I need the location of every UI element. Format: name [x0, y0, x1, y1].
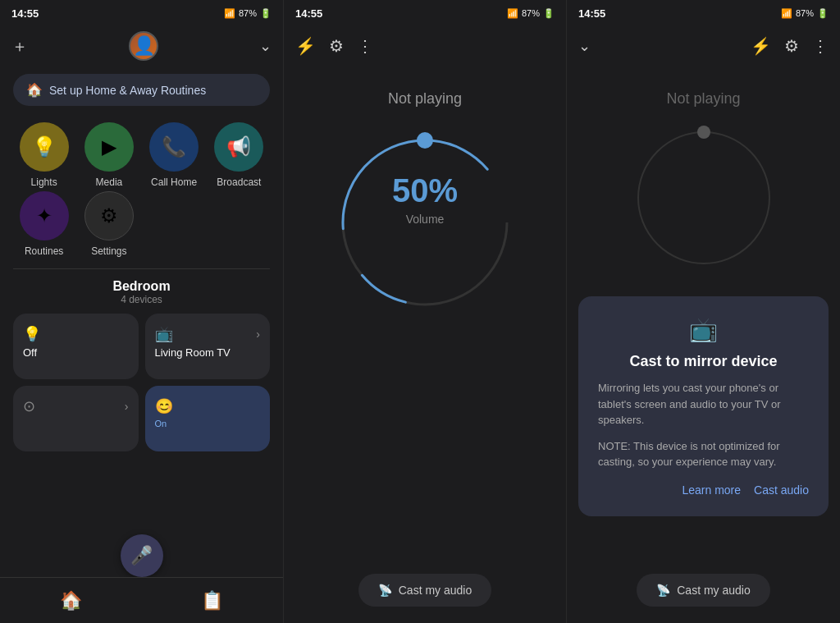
setup-banner[interactable]: 🏠 Set up Home & Away Routines — [13, 74, 270, 106]
svg-point-4 — [697, 126, 710, 139]
top-bar-3: ⌄ ⚡ ⚙ ⋮ — [567, 26, 840, 66]
home-away-icon: 🏠 — [26, 82, 43, 98]
tv-icon: 📺 — [155, 325, 173, 343]
light-off-icon: 💡 — [23, 325, 41, 343]
equalizer-icon[interactable]: ⚡ — [295, 36, 316, 56]
equalizer-icon-3[interactable]: ⚡ — [751, 36, 771, 56]
status-icons-1: 📶 87% 🔋 — [224, 8, 272, 19]
cast-dialog-actions: Learn more Cast audio — [598, 483, 809, 497]
room-title: Bedroom — [13, 279, 270, 294]
cast-dialog-body2: NOTE: This device is not optimized for c… — [598, 438, 809, 470]
cast-audio-button[interactable]: 📡 Cast my audio — [358, 574, 491, 607]
shortcut-media[interactable]: ▶ Media — [78, 122, 139, 188]
routines-icon: ✦ — [36, 204, 52, 227]
lights-label: Lights — [31, 176, 57, 188]
media-circle: ▶ — [84, 122, 134, 172]
status-bar-3: 14:55 📶 87% 🔋 — [567, 0, 840, 26]
tv-name: Living Room TV — [155, 346, 261, 359]
call-home-label: Call Home — [151, 176, 197, 188]
device-card-off-header: 💡 — [23, 325, 129, 343]
room-section: Bedroom 4 devices — [0, 279, 283, 314]
cast-audio-dialog-button[interactable]: Cast audio — [754, 483, 809, 497]
top-bar-2: ⚡ ⚙ ⋮ — [284, 26, 566, 66]
status-icons-2: 📶 87% 🔋 — [507, 8, 555, 19]
more-icon-3[interactable]: ⋮ — [812, 36, 829, 56]
cast-mirror-icon: 📺 — [598, 316, 809, 343]
device-card-on-header: 😊 — [155, 397, 261, 415]
on-device-name: On — [155, 419, 261, 428]
device-card-off[interactable]: 💡 Off — [13, 314, 139, 379]
battery-icon-1: 🔋 — [260, 8, 272, 19]
media-icon: ▶ — [102, 135, 116, 158]
broadcast-icon: 📢 — [226, 135, 251, 158]
status-time-3: 14:55 — [578, 7, 605, 20]
shortcut-settings[interactable]: ⚙ Settings — [78, 191, 139, 257]
panel3-cast-audio-button[interactable]: 📡 Cast my audio — [637, 574, 769, 607]
unknown-arrow-icon: › — [125, 400, 129, 413]
routines-circle: ✦ — [20, 191, 69, 240]
broadcast-circle: 📢 — [214, 122, 263, 172]
volume-knob[interactable]: 50% Volume — [318, 116, 532, 329]
nav-home[interactable]: 🏠 — [40, 584, 102, 618]
battery-1: 87% — [239, 8, 257, 18]
avatar-image: 👤 — [133, 35, 155, 57]
shortcut-routines[interactable]: ✦ Routines — [13, 191, 75, 257]
shortcut-grid: 💡 Lights ▶ Media 📞 Call Home 📢 Broadcast… — [0, 114, 283, 265]
shortcut-lights[interactable]: 💡 Lights — [13, 122, 75, 188]
panel-home: 14:55 📶 87% 🔋 ＋ 👤 ⌄ 🏠 Set up Home & Away… — [0, 0, 283, 623]
wifi-icon: 📶 — [224, 8, 235, 19]
device-card-unknown[interactable]: ⊙ › — [13, 386, 139, 451]
battery-icon-2: 🔋 — [543, 8, 555, 19]
light-off-name: Off — [23, 346, 129, 359]
top-bar-3-icons: ⚡ ⚙ ⋮ — [751, 36, 829, 56]
volume-value-container: 50% Volume — [392, 222, 458, 226]
more-icon-2[interactable]: ⋮ — [357, 36, 373, 56]
avatar[interactable]: 👤 — [129, 31, 158, 61]
battery-icon-3: 🔋 — [817, 8, 829, 19]
settings-icon-3[interactable]: ⚙ — [784, 36, 799, 56]
device-grid: 💡 Off 📺 › Living Room TV ⊙ › 😊 On — [0, 314, 283, 451]
status-bar-2: 14:55 📶 87% 🔋 — [284, 0, 566, 26]
battery-3: 87% — [796, 8, 814, 18]
wifi-icon-3: 📶 — [781, 8, 792, 19]
back-chevron[interactable]: ⌄ — [578, 37, 591, 55]
mic-container: 🎤 — [121, 534, 163, 577]
top-bar-2-icons: ⚡ ⚙ ⋮ — [295, 36, 373, 56]
nav-pages[interactable]: 📋 — [181, 584, 243, 618]
panel3-not-playing: Not playing — [666, 90, 740, 108]
status-time-2: 14:55 — [295, 7, 322, 20]
shortcut-broadcast[interactable]: 📢 Broadcast — [208, 122, 270, 188]
broadcast-label: Broadcast — [217, 176, 261, 188]
learn-more-button[interactable]: Learn more — [682, 483, 741, 497]
status-time-1: 14:55 — [11, 7, 39, 20]
settings-icon: ⚙ — [100, 204, 118, 227]
call-home-circle: 📞 — [149, 122, 199, 172]
unknown-device-icon: ⊙ — [23, 397, 35, 415]
panel-volume: 14:55 📶 87% 🔋 ⚡ ⚙ ⋮ Not playing 50% Volu… — [283, 0, 566, 623]
volume-percent: 50% — [392, 172, 458, 209]
on-device-icon: 😊 — [155, 397, 173, 415]
add-button[interactable]: ＋ — [11, 35, 28, 57]
device-card-unknown-header: ⊙ › — [23, 397, 129, 415]
panel3-cast-label: Cast my audio — [677, 584, 750, 597]
top-bar-1: ＋ 👤 ⌄ — [0, 26, 283, 66]
device-card-tv-header: 📺 › — [155, 325, 261, 343]
room-device-count: 4 devices — [13, 294, 270, 305]
shortcut-call-home[interactable]: 📞 Call Home — [144, 122, 205, 188]
account-chevron[interactable]: ⌄ — [259, 37, 272, 55]
battery-2: 87% — [522, 8, 540, 18]
svg-point-2 — [417, 132, 433, 149]
settings-circle: ⚙ — [84, 191, 134, 240]
tv-arrow-icon: › — [256, 328, 260, 341]
panel-cast: 14:55 📶 87% 🔋 ⌄ ⚡ ⚙ ⋮ Not playing 📺 Cast… — [566, 0, 840, 623]
device-card-tv[interactable]: 📺 › Living Room TV — [145, 314, 271, 379]
mic-button[interactable]: 🎤 — [121, 534, 163, 577]
cast-audio-label: Cast my audio — [399, 584, 472, 597]
settings-icon-2[interactable]: ⚙ — [329, 36, 344, 56]
lights-circle: 💡 — [20, 122, 69, 172]
divider-1 — [13, 268, 270, 269]
device-card-on[interactable]: 😊 On — [145, 386, 271, 451]
lights-icon: 💡 — [32, 135, 57, 158]
panel3-volume-svg — [622, 116, 786, 280]
setup-banner-text: Set up Home & Away Routines — [49, 84, 206, 97]
